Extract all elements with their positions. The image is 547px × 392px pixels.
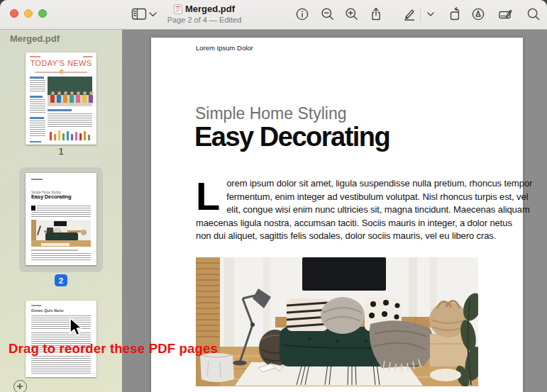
sidebar-doc-label: Merged.pdf [10,33,60,44]
sidebar-toggle-icon [131,7,147,21]
rotate-left-icon [448,7,462,21]
body-line: maecenas ligula nostra, accumsan taciti.… [196,217,508,230]
zoom-in-button[interactable] [342,4,362,24]
thumb3-header-line [31,305,41,306]
article-title: Easy Decorating [194,122,389,152]
rotate-left-button[interactable] [445,4,465,24]
thumb1-heading [30,77,44,79]
titlebar: Merged.pdf Page 2 of 4 — Edited [0,0,547,30]
fill-and-sign-icon [498,7,513,21]
page-thumbnail-3[interactable]: Donec Quis Nunc [26,301,96,377]
thumb1-pencils-image [48,129,92,142]
markup-button[interactable] [399,4,419,24]
livingroom-photo [196,257,478,386]
preview-window: Merged.pdf Page 2 of 4 — Edited [0,0,547,392]
thumb1-text-block [30,99,45,113]
sidebar-view-menu[interactable] [146,4,159,24]
pdf-page[interactable]: Lorem Ipsum Dolor Simple Home Styling Ea… [151,38,523,392]
thumb1-topline [30,56,40,57]
thumb3-heading: Donec Quis Nunc [31,308,64,313]
fullscreen-button[interactable] [38,9,47,18]
share-button[interactable] [366,4,386,24]
page-2-badge: 2 [55,274,67,286]
thumb1-heading [30,117,44,119]
markup-menu-button[interactable] [424,4,437,24]
thumb1-masthead: TODAY'S NEWS [26,59,96,67]
thumb2-livingroom-photo [31,220,91,247]
page-thumbnail-2-selected[interactable]: Simple Home Styling Easy Decorating [26,173,96,265]
window-title: Merged.pdf [185,4,235,14]
window-subtitle: Page 2 of 4 — Edited [162,16,247,24]
thumb3-text-block [31,356,91,374]
fill-and-sign-button[interactable] [495,4,515,24]
page-1-number: 1 [26,146,96,157]
annotate-button[interactable] [468,4,488,24]
thumb1-text-block [48,113,92,128]
info-icon [295,7,309,21]
body-line: orem ipsum dolor sit amet, ligula suspen… [196,177,508,191]
thumb1-text-block [30,121,45,138]
thumbnail-sidebar: Merged.pdf TODAY'S NEWS [0,30,122,392]
thumb2-header-line [31,179,43,180]
thumb1-text-block [30,80,45,92]
page-header: Lorem Ipsum Dolor [196,44,253,52]
annotate-icon [471,7,485,21]
close-button[interactable] [10,9,18,18]
article-body: L orem ipsum dolor sit amet, ligula susp… [196,177,508,243]
zoom-out-button[interactable] [318,4,338,24]
dropcap: L [196,179,220,214]
thumb2-text-block [37,206,91,211]
thumb2-dropcap [31,206,35,211]
document-proxy-icon[interactable] [174,4,182,14]
thumb1-topline [83,56,92,57]
markup-chevron-down-icon [427,12,434,16]
minimize-button[interactable] [24,9,33,18]
zoom-in-icon [345,7,359,21]
page-thumbnail-1[interactable]: TODAY'S NEWS [26,52,96,145]
document-canvas: Lorem Ipsum Dolor Simple Home Styling Ea… [122,30,547,392]
search-button[interactable] [524,4,543,24]
article-kicker: Simple Home Styling [195,104,346,123]
thumb1-heading [30,96,43,98]
thumb1-classroom-photo [48,77,92,106]
zoom-out-icon [321,7,335,21]
body-line: elit, congue wisi enim nunc ultricies si… [196,203,508,217]
thumb1-footer [30,141,41,142]
mouse-cursor [69,318,84,337]
markup-pencil-icon [402,7,416,21]
toolbar-separator [420,8,421,22]
thumb1-article-heading [48,109,72,111]
traffic-lights [10,9,47,18]
share-icon [369,7,383,21]
thumb2-text-block [31,253,91,261]
thumb2-text-block [31,212,91,218]
thumb1-rule [35,72,87,73]
chevron-down-icon [149,12,157,17]
add-page-button[interactable] [13,380,27,392]
thumb2-caption-line [31,250,78,251]
annotation-text: Drag to reorder these PDF pages [9,341,218,357]
window-title-group: Merged.pdf Page 2 of 4 — Edited [162,4,247,24]
body-line: fermentum, enim integer ad vestibulum vo… [196,191,508,204]
body-line: non dui aliquet, sagittis felis sodales,… [196,230,508,243]
search-icon [526,7,541,21]
info-button[interactable] [292,4,312,24]
thumb2-title: Easy Decorating [31,194,72,199]
